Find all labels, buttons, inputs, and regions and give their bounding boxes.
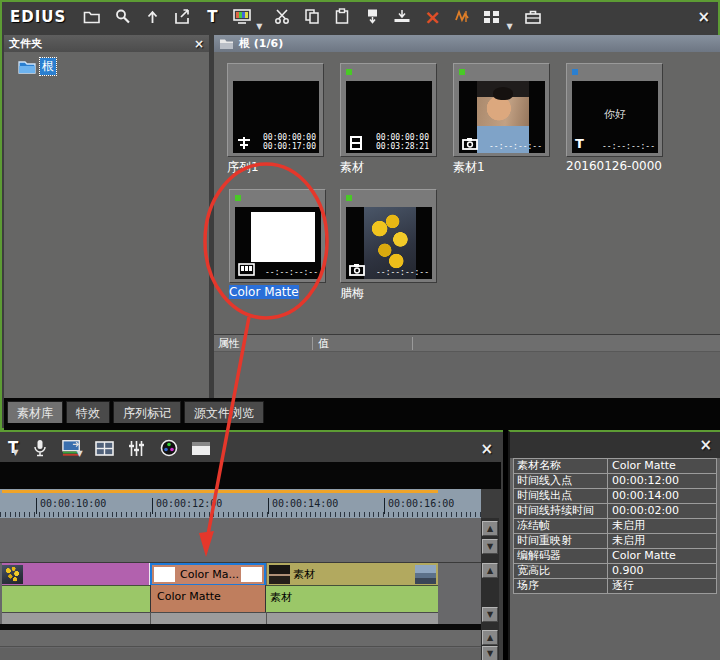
timeline-close-button[interactable]: × [480, 442, 493, 456]
delete-icon[interactable]: × [422, 7, 442, 27]
bin-item-label: 序列1 [227, 159, 324, 176]
clip-thumbnail [415, 565, 436, 584]
empty-track-row [0, 648, 481, 660]
empty-track-row [0, 630, 481, 647]
view-mode-icon[interactable] [482, 7, 502, 27]
folder-panel-title: 文件夹 [9, 36, 42, 51]
scroll-down-button[interactable]: ▼ [482, 607, 498, 622]
blue-folder-icon [18, 60, 36, 74]
bin-window-close-button[interactable]: × [697, 10, 710, 24]
mixer-strip-row [0, 612, 481, 624]
timeline-ruler[interactable]: 00:00:10:00 00:00:12:00 00:00:14:00 00:0… [0, 489, 481, 518]
scroll-up-button[interactable]: ▲ [482, 521, 498, 536]
clip-label: Color Ma... [180, 568, 239, 581]
clip-label: 素材 [293, 567, 315, 582]
bin-item-label: 素材1 [453, 159, 550, 176]
app-logo: EDIUS [10, 8, 66, 26]
title-preview-text: 你好 [572, 107, 658, 122]
clip-properties-close-button[interactable]: × [699, 438, 712, 452]
clip-properties-table: 素材名称Color Matte 时间线入点00:00:12:00 时间线出点00… [513, 458, 717, 594]
clip-properties-header: × [510, 432, 720, 458]
status-dot-blue [572, 69, 578, 75]
status-dot-green [346, 69, 352, 75]
tab-material-library[interactable]: 素材库 [7, 401, 63, 423]
audio-track-row: Color Matte 素材 [0, 585, 481, 612]
bin-item-sequence1[interactable]: 00:00:00:0000:00:17:00 序列1 [227, 63, 324, 176]
table-row: 素材名称Color Matte [514, 459, 716, 474]
bin-body: 00:00:00:0000:00:17:00 序列1 00:00:00:00 [214, 52, 720, 398]
ruler-label: 00:00:16:00 [384, 498, 454, 514]
status-dot-green [459, 69, 465, 75]
mixer-icon[interactable] [127, 438, 147, 458]
scroll-down-button[interactable]: ▼ [482, 539, 498, 554]
bin-window: EDIUS T ▼ × [0, 0, 720, 430]
grid-icon[interactable] [95, 438, 115, 458]
bin-item-lamei[interactable]: --:--:--:-- 腊梅 [340, 189, 437, 302]
monitor-colorbars-icon[interactable] [232, 7, 252, 27]
bin-property-strip: 属性 值 [214, 334, 720, 395]
up-export-icon[interactable] [142, 7, 162, 27]
add-to-timeline-icon[interactable] [392, 7, 412, 27]
capture-icon[interactable] [172, 7, 192, 27]
microphone-icon[interactable] [30, 438, 50, 458]
tab-source-browser[interactable]: 源文件浏览 [184, 401, 264, 423]
audio-waveform-icon[interactable] [452, 7, 472, 27]
tree-item-root[interactable]: 根 [18, 58, 209, 75]
video-track-row: Color Ma... 素材 [0, 562, 481, 585]
camera-icon [462, 137, 478, 150]
table-row: 时间线入点00:00:12:00 [514, 474, 716, 489]
paste-icon[interactable] [332, 7, 352, 27]
scroll-up-button[interactable]: ▲ [482, 630, 498, 645]
monitor-export-caret[interactable]: ▼ [76, 449, 82, 458]
bin-item-title-20160126[interactable]: 你好 T --:--:--:-- 20160126-0000 [566, 63, 663, 173]
title-tool-caret[interactable]: ▼ [12, 448, 18, 457]
bin-tab-bar: 素材库 特效 序列标记 源文件浏览 [4, 398, 720, 430]
camera-icon [349, 263, 365, 276]
colorbar-icon [238, 263, 255, 276]
panel-icon[interactable] [191, 438, 211, 458]
tree-item-root-label[interactable]: 根 [40, 58, 56, 75]
main-toolbar: EDIUS T ▼ × [2, 2, 718, 31]
title-icon: T [575, 137, 584, 150]
clip-thumbnail [241, 567, 262, 582]
search-icon[interactable] [112, 7, 132, 27]
clip-thumbnail [269, 565, 290, 584]
pin-overwrite-icon[interactable] [362, 7, 382, 27]
ruler-label: 00:00:12:00 [152, 498, 222, 514]
status-dot-green [346, 195, 352, 201]
monitor-dropdown-caret[interactable]: ▼ [256, 22, 262, 31]
timeline-toolbar: T ▼ ▼ × [0, 434, 503, 462]
tab-sequence-markers[interactable]: 序列标记 [113, 401, 181, 423]
clip-color-matte-audio[interactable]: Color Matte [150, 585, 266, 612]
bin-item-label: 腊梅 [340, 285, 437, 302]
folder-panel-close-button[interactable]: × [194, 37, 204, 51]
bin-item-label: 素材 [340, 159, 437, 176]
title-icon[interactable]: T [202, 7, 222, 27]
scroll-down-button[interactable]: ▼ [482, 646, 498, 660]
bin-item-label: Color Matte [229, 285, 326, 299]
copy-icon[interactable] [302, 7, 322, 27]
tab-effects[interactable]: 特效 [66, 401, 110, 423]
color-wheel-icon[interactable] [159, 438, 179, 458]
clip-color-matte-video[interactable]: Color Ma... [150, 563, 266, 586]
clip-properties-window: × 素材名称Color Matte 时间线入点00:00:12:00 时间线出点… [508, 430, 720, 660]
bin-item-sucai[interactable]: 00:00:00:0000:03:28:21 素材 [340, 63, 437, 176]
scroll-up-button[interactable]: ▲ [482, 563, 498, 578]
bin-folder-icon [219, 38, 234, 50]
folder-panel-header: 文件夹 × [4, 35, 209, 52]
table-row: 冻结帧未启用 [514, 519, 716, 534]
clip-thumbnail [154, 567, 175, 582]
clip-sucai-audio[interactable]: 素材 [270, 590, 292, 605]
property-column-value: 值 [318, 336, 329, 351]
toolbox-icon[interactable] [523, 7, 543, 27]
bin-header-label: 根 (1/6) [239, 36, 283, 51]
clip-title-purple[interactable] [2, 563, 150, 586]
clip-sucai-video[interactable]: 素材 [267, 563, 438, 586]
table-row: 场序逐行 [514, 579, 716, 594]
bin-item-sucai1[interactable]: --:--:--:-- 素材1 [453, 63, 550, 176]
open-folder-icon[interactable] [82, 7, 102, 27]
bin-item-color-matte[interactable]: --:--:--:-- Color Matte [229, 189, 326, 299]
view-mode-caret[interactable]: ▼ [506, 22, 512, 31]
cut-icon[interactable] [272, 7, 292, 27]
table-row: 时间重映射未启用 [514, 534, 716, 549]
